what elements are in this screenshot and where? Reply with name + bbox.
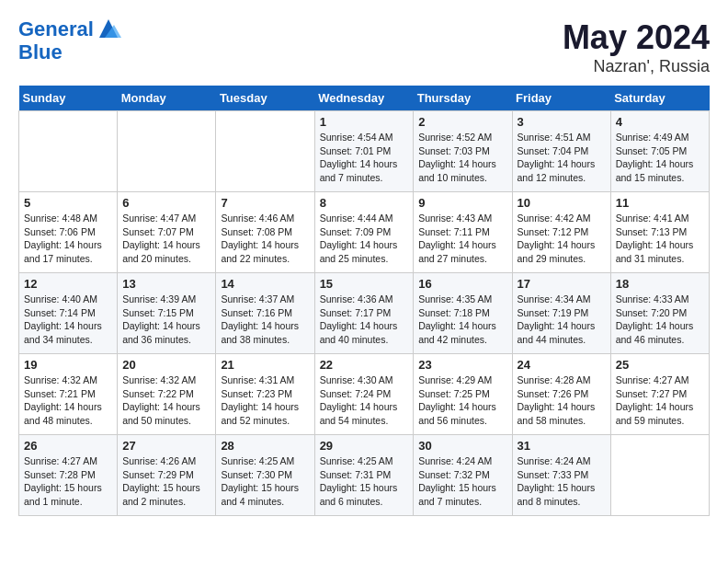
day-info: Sunrise: 4:27 AM Sunset: 7:27 PM Dayligh… <box>616 373 704 428</box>
weekday-header: Saturday <box>610 86 709 111</box>
logo-blue: Blue <box>18 41 121 63</box>
calendar-cell <box>610 435 709 516</box>
calendar-cell: 2Sunrise: 4:52 AM Sunset: 7:03 PM Daylig… <box>414 111 512 192</box>
day-info: Sunrise: 4:43 AM Sunset: 7:11 PM Dayligh… <box>418 212 506 266</box>
day-number: 6 <box>122 196 210 210</box>
day-info: Sunrise: 4:44 AM Sunset: 7:09 PM Dayligh… <box>320 212 409 266</box>
day-info: Sunrise: 4:32 AM Sunset: 7:22 PM Dayligh… <box>122 373 210 428</box>
day-number: 13 <box>122 277 210 291</box>
day-number: 29 <box>320 439 409 453</box>
calendar-cell: 22Sunrise: 4:30 AM Sunset: 7:24 PM Dayli… <box>314 354 414 435</box>
weekday-header: Tuesday <box>216 86 314 111</box>
weekday-header: Wednesday <box>314 86 414 111</box>
calendar-cell: 4Sunrise: 4:49 AM Sunset: 7:05 PM Daylig… <box>610 111 709 192</box>
day-number: 26 <box>24 439 112 453</box>
day-number: 4 <box>616 115 704 129</box>
day-info: Sunrise: 4:46 AM Sunset: 7:08 PM Dayligh… <box>221 212 309 266</box>
calendar-cell: 24Sunrise: 4:28 AM Sunset: 7:26 PM Dayli… <box>512 354 610 435</box>
calendar-cell <box>118 111 216 192</box>
day-info: Sunrise: 4:47 AM Sunset: 7:07 PM Dayligh… <box>122 212 210 266</box>
day-number: 10 <box>518 196 606 210</box>
calendar-cell: 3Sunrise: 4:51 AM Sunset: 7:04 PM Daylig… <box>512 111 610 192</box>
calendar-week-row: 5Sunrise: 4:48 AM Sunset: 7:06 PM Daylig… <box>19 192 710 273</box>
day-number: 18 <box>616 277 704 291</box>
day-number: 30 <box>418 439 506 453</box>
day-info: Sunrise: 4:39 AM Sunset: 7:15 PM Dayligh… <box>122 293 210 347</box>
calendar-cell: 9Sunrise: 4:43 AM Sunset: 7:11 PM Daylig… <box>414 192 512 273</box>
day-info: Sunrise: 4:28 AM Sunset: 7:26 PM Dayligh… <box>518 373 606 428</box>
day-number: 17 <box>518 277 606 291</box>
day-number: 22 <box>320 358 409 372</box>
calendar-cell: 28Sunrise: 4:25 AM Sunset: 7:30 PM Dayli… <box>216 435 314 516</box>
day-info: Sunrise: 4:27 AM Sunset: 7:28 PM Dayligh… <box>24 454 112 509</box>
day-info: Sunrise: 4:52 AM Sunset: 7:03 PM Dayligh… <box>418 131 506 185</box>
day-number: 31 <box>518 439 606 453</box>
weekday-header: Sunday <box>19 86 118 111</box>
calendar-subtitle: Nazran', Russia <box>563 57 710 76</box>
calendar-title: May 2024 <box>563 18 710 57</box>
day-info: Sunrise: 4:49 AM Sunset: 7:05 PM Dayligh… <box>616 131 704 185</box>
calendar-cell: 6Sunrise: 4:47 AM Sunset: 7:07 PM Daylig… <box>118 192 216 273</box>
day-info: Sunrise: 4:37 AM Sunset: 7:16 PM Dayligh… <box>221 293 309 347</box>
day-number: 5 <box>24 196 112 210</box>
day-number: 9 <box>418 196 506 210</box>
calendar-cell: 12Sunrise: 4:40 AM Sunset: 7:14 PM Dayli… <box>19 273 118 354</box>
calendar-cell: 21Sunrise: 4:31 AM Sunset: 7:23 PM Dayli… <box>216 354 314 435</box>
calendar-cell <box>216 111 314 192</box>
day-info: Sunrise: 4:24 AM Sunset: 7:32 PM Dayligh… <box>418 454 506 509</box>
calendar-cell: 15Sunrise: 4:36 AM Sunset: 7:17 PM Dayli… <box>314 273 414 354</box>
day-number: 16 <box>418 277 506 291</box>
day-number: 1 <box>320 115 409 129</box>
title-block: May 2024 Nazran', Russia <box>563 18 710 76</box>
calendar-cell: 25Sunrise: 4:27 AM Sunset: 7:27 PM Dayli… <box>610 354 709 435</box>
calendar-cell: 18Sunrise: 4:33 AM Sunset: 7:20 PM Dayli… <box>610 273 709 354</box>
calendar-cell: 31Sunrise: 4:24 AM Sunset: 7:33 PM Dayli… <box>512 435 610 516</box>
calendar-cell: 30Sunrise: 4:24 AM Sunset: 7:32 PM Dayli… <box>414 435 512 516</box>
weekday-header-row: SundayMondayTuesdayWednesdayThursdayFrid… <box>19 86 710 111</box>
day-info: Sunrise: 4:24 AM Sunset: 7:33 PM Dayligh… <box>518 454 606 509</box>
calendar-cell: 23Sunrise: 4:29 AM Sunset: 7:25 PM Dayli… <box>414 354 512 435</box>
calendar-week-row: 19Sunrise: 4:32 AM Sunset: 7:21 PM Dayli… <box>19 354 710 435</box>
day-info: Sunrise: 4:35 AM Sunset: 7:18 PM Dayligh… <box>418 293 506 347</box>
calendar-cell: 13Sunrise: 4:39 AM Sunset: 7:15 PM Dayli… <box>118 273 216 354</box>
calendar-week-row: 1Sunrise: 4:54 AM Sunset: 7:01 PM Daylig… <box>19 111 710 192</box>
calendar-cell: 1Sunrise: 4:54 AM Sunset: 7:01 PM Daylig… <box>314 111 414 192</box>
day-info: Sunrise: 4:40 AM Sunset: 7:14 PM Dayligh… <box>24 293 112 347</box>
day-number: 7 <box>221 196 309 210</box>
day-number: 28 <box>221 439 309 453</box>
day-info: Sunrise: 4:25 AM Sunset: 7:30 PM Dayligh… <box>221 454 309 509</box>
day-info: Sunrise: 4:51 AM Sunset: 7:04 PM Dayligh… <box>518 131 606 185</box>
day-info: Sunrise: 4:34 AM Sunset: 7:19 PM Dayligh… <box>518 293 606 347</box>
logo-text: General <box>18 18 121 41</box>
day-number: 20 <box>122 358 210 372</box>
day-number: 8 <box>320 196 409 210</box>
logo: General Blue <box>18 18 121 63</box>
day-info: Sunrise: 4:25 AM Sunset: 7:31 PM Dayligh… <box>320 454 409 509</box>
weekday-header: Thursday <box>414 86 512 111</box>
day-info: Sunrise: 4:33 AM Sunset: 7:20 PM Dayligh… <box>616 293 704 347</box>
day-number: 14 <box>221 277 309 291</box>
day-number: 23 <box>418 358 506 372</box>
calendar-week-row: 26Sunrise: 4:27 AM Sunset: 7:28 PM Dayli… <box>19 435 710 516</box>
day-number: 21 <box>221 358 309 372</box>
day-number: 2 <box>418 115 506 129</box>
calendar-cell: 26Sunrise: 4:27 AM Sunset: 7:28 PM Dayli… <box>19 435 118 516</box>
day-info: Sunrise: 4:32 AM Sunset: 7:21 PM Dayligh… <box>24 373 112 428</box>
day-info: Sunrise: 4:30 AM Sunset: 7:24 PM Dayligh… <box>320 373 409 428</box>
day-info: Sunrise: 4:31 AM Sunset: 7:23 PM Dayligh… <box>221 373 309 428</box>
day-number: 19 <box>24 358 112 372</box>
day-number: 3 <box>518 115 606 129</box>
day-info: Sunrise: 4:29 AM Sunset: 7:25 PM Dayligh… <box>418 373 506 428</box>
calendar-cell <box>19 111 118 192</box>
calendar-cell: 7Sunrise: 4:46 AM Sunset: 7:08 PM Daylig… <box>216 192 314 273</box>
calendar-cell: 11Sunrise: 4:41 AM Sunset: 7:13 PM Dayli… <box>610 192 709 273</box>
day-info: Sunrise: 4:41 AM Sunset: 7:13 PM Dayligh… <box>616 212 704 266</box>
day-info: Sunrise: 4:42 AM Sunset: 7:12 PM Dayligh… <box>518 212 606 266</box>
calendar-cell: 8Sunrise: 4:44 AM Sunset: 7:09 PM Daylig… <box>314 192 414 273</box>
day-number: 24 <box>518 358 606 372</box>
weekday-header: Friday <box>512 86 610 111</box>
weekday-header: Monday <box>118 86 216 111</box>
day-info: Sunrise: 4:54 AM Sunset: 7:01 PM Dayligh… <box>320 131 409 185</box>
calendar-cell: 10Sunrise: 4:42 AM Sunset: 7:12 PM Dayli… <box>512 192 610 273</box>
calendar-cell: 5Sunrise: 4:48 AM Sunset: 7:06 PM Daylig… <box>19 192 118 273</box>
